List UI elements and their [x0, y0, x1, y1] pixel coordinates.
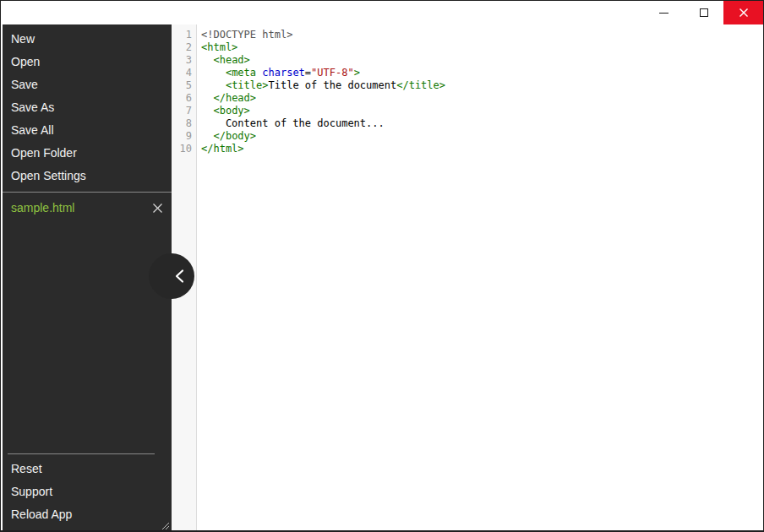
- code-line[interactable]: </body>: [201, 130, 763, 143]
- sidebar-footer: ResetSupportReload App: [3, 453, 172, 526]
- x-icon: [152, 203, 163, 214]
- sidebar-item-reset[interactable]: Reset: [3, 458, 172, 480]
- close-button[interactable]: [723, 1, 763, 24]
- code-line[interactable]: <body>: [201, 105, 763, 117]
- sidebar-menu: NewOpenSaveSave AsSave AllOpen FolderOpe…: [3, 24, 172, 187]
- sidebar-resize-handle[interactable]: [160, 518, 170, 529]
- code-line[interactable]: <!DOCTYPE html>: [201, 29, 763, 41]
- sidebar-item-save-all[interactable]: Save All: [3, 119, 172, 142]
- file-tab-close-button[interactable]: [151, 202, 163, 214]
- sidebar-item-support[interactable]: Support: [3, 480, 172, 503]
- sidebar-item-new[interactable]: New: [3, 28, 172, 51]
- line-number: 6: [172, 92, 196, 105]
- line-number: 3: [172, 54, 196, 67]
- code-line[interactable]: <head>: [201, 54, 763, 67]
- close-icon: [739, 8, 749, 18]
- line-number: 1: [172, 29, 196, 41]
- sidebar-item-save-as[interactable]: Save As: [3, 96, 172, 119]
- resize-grip-icon: [160, 520, 170, 530]
- minimize-button[interactable]: [644, 1, 684, 24]
- code-line[interactable]: </html>: [201, 143, 763, 155]
- code-lines[interactable]: <!DOCTYPE html><html> <head> <meta chars…: [198, 24, 763, 155]
- minimize-icon: [659, 13, 668, 14]
- code-line[interactable]: <meta charset="UTF-8">: [201, 67, 763, 79]
- line-number: 8: [172, 117, 196, 130]
- file-tab[interactable]: sample.html: [3, 193, 172, 223]
- window-controls: [644, 1, 763, 24]
- maximize-button[interactable]: [684, 1, 723, 24]
- maximize-icon: [700, 8, 708, 17]
- code-editor: 12345678910 <!DOCTYPE html><html> <head>…: [172, 24, 763, 530]
- line-number: 7: [172, 105, 196, 117]
- footer-divider: [8, 453, 155, 454]
- code-line[interactable]: </head>: [201, 92, 763, 105]
- line-number: 10: [172, 143, 196, 155]
- open-file-name: sample.html: [11, 201, 74, 214]
- line-number: 4: [172, 67, 196, 79]
- app-window: NewOpenSaveSave AsSave AllOpen FolderOpe…: [0, 0, 764, 532]
- sidebar: NewOpenSaveSave AsSave AllOpen FolderOpe…: [3, 24, 172, 530]
- sidebar-item-open[interactable]: Open: [3, 51, 172, 73]
- line-number: 9: [172, 130, 196, 143]
- line-number: 5: [172, 79, 196, 92]
- sidebar-item-reload-app[interactable]: Reload App: [3, 503, 172, 526]
- code-line[interactable]: Content of the document...: [201, 117, 763, 130]
- sidebar-item-save[interactable]: Save: [3, 73, 172, 96]
- code-line[interactable]: <title>Title of the document</title>: [201, 79, 763, 92]
- sidebar-item-open-settings[interactable]: Open Settings: [3, 165, 172, 187]
- collapse-sidebar-button[interactable]: [149, 253, 194, 299]
- titlebar: [1, 1, 763, 24]
- sidebar-item-open-folder[interactable]: Open Folder: [3, 142, 172, 165]
- sidebar-footer-menu: ResetSupportReload App: [3, 458, 172, 526]
- line-number: 2: [172, 41, 196, 54]
- chevron-left-icon: [174, 269, 184, 284]
- code-line[interactable]: <html>: [201, 41, 763, 54]
